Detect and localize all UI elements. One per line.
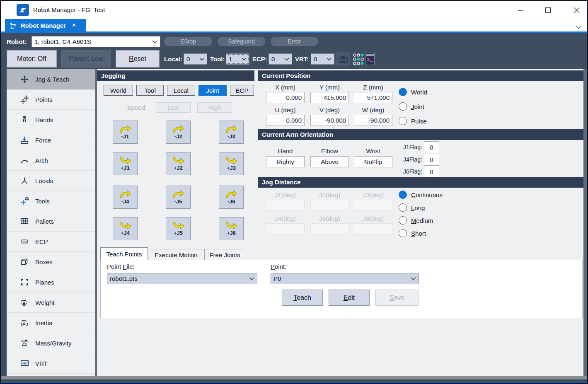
- radio-label: Short: [411, 230, 426, 237]
- tool-select[interactable]: 1: [226, 53, 249, 65]
- jog-button-plus-j3[interactable]: +J3: [219, 152, 244, 175]
- sidebar-item-jog-teach[interactable]: Jog & Teach: [7, 69, 95, 89]
- sidebar-item-weight[interactable]: Weight: [7, 292, 95, 313]
- j2-distance-input[interactable]: [310, 200, 349, 211]
- radio-circle[interactable]: [399, 216, 407, 225]
- sidebar-item-tools[interactable]: Tools: [7, 191, 95, 211]
- mass-gravity-icon: [19, 338, 30, 348]
- radio-label: Pulse: [411, 118, 427, 125]
- jog-button-plus-j4[interactable]: +J4: [113, 217, 138, 240]
- estop-indicator[interactable]: EStop: [164, 37, 212, 46]
- mode-button-world[interactable]: World: [104, 85, 133, 96]
- sidebar-item-inertia[interactable]: Inertia: [7, 313, 95, 333]
- tab-close-icon[interactable]: ×: [72, 21, 76, 29]
- jog-arrow-cw-icon: [172, 125, 185, 133]
- jog-button-plus-j1[interactable]: +J1: [113, 152, 138, 175]
- motor-button[interactable]: Motor: Off: [7, 50, 57, 68]
- hand-value-field: Righty: [266, 156, 305, 167]
- jog-button-minus-j2[interactable]: -J2: [166, 121, 191, 144]
- tab-free-joints[interactable]: Free Joints: [204, 249, 245, 260]
- close-button[interactable]: [569, 4, 583, 16]
- ecp-select[interactable]: 0: [269, 53, 292, 65]
- position-radio-joint[interactable]: Joint: [399, 102, 424, 111]
- jog-button-minus-j4[interactable]: -J4: [113, 186, 138, 209]
- mode-button-joint[interactable]: Joint: [198, 85, 227, 96]
- radio-circle[interactable]: [399, 102, 407, 111]
- jog-button-minus-j6[interactable]: -J6: [219, 186, 244, 209]
- sidebar-item-hands[interactable]: Hands: [7, 110, 95, 130]
- sidebar-item-pallets[interactable]: Pallets: [7, 211, 95, 232]
- sidebar-item-locals[interactable]: Locals: [7, 171, 95, 191]
- maximize-button[interactable]: [541, 4, 555, 16]
- j5-distance-input[interactable]: [310, 223, 349, 234]
- radio-circle[interactable]: [399, 88, 407, 96]
- jog-button-minus-j5[interactable]: -J5: [166, 186, 191, 209]
- position-radio-world[interactable]: World: [399, 88, 427, 96]
- jog-button-minus-j3[interactable]: -J3: [219, 121, 244, 144]
- tab-execute-motion[interactable]: Execute Motion: [148, 249, 204, 260]
- vrt-label: VRT:: [295, 53, 309, 65]
- sidebar-item-force[interactable]: Force: [7, 130, 95, 150]
- w-value-field: -90.000: [354, 115, 392, 126]
- chevron-down-icon: [327, 58, 332, 61]
- document-tab-bar: Robot Manager ×: [1, 19, 587, 31]
- robot-manager-window: Robot Manager - FG_Test Robot Manager × …: [0, 0, 588, 384]
- vrt-select[interactable]: 0: [311, 53, 334, 65]
- sidebar-item-ecp[interactable]: ECP: [7, 232, 95, 252]
- io-monitor-button[interactable]: [353, 52, 364, 66]
- sidebar-item-arch[interactable]: Arch: [7, 150, 95, 171]
- point-file-select[interactable]: robot1.pts: [107, 273, 257, 284]
- camera-button[interactable]: [336, 53, 350, 65]
- sidebar-item-planes[interactable]: Planes: [7, 272, 95, 292]
- distance-radio-medium[interactable]: Medium: [399, 216, 433, 225]
- j4-distance-input[interactable]: [266, 223, 305, 234]
- tab-teach-points[interactable]: Teach Points: [100, 247, 148, 260]
- local-select[interactable]: 0: [184, 53, 207, 65]
- jog-button-plus-j2[interactable]: +J2: [166, 152, 191, 175]
- save-button[interactable]: Save: [375, 290, 419, 306]
- speed-high-button[interactable]: High: [197, 102, 232, 113]
- edit-button[interactable]: Edit: [329, 290, 370, 306]
- reset-button[interactable]: Reset: [116, 50, 160, 68]
- distance-radio-long[interactable]: Long: [399, 203, 425, 212]
- radio-circle[interactable]: [399, 191, 407, 199]
- vrt-icon: VRT: [19, 358, 30, 368]
- z-label: Z (mm): [354, 84, 392, 91]
- command-window-button[interactable]: [365, 53, 375, 65]
- j6-distance-input[interactable]: [354, 223, 392, 234]
- power-button[interactable]: Power: Low: [61, 50, 111, 68]
- tab-robot-manager[interactable]: Robot Manager ×: [5, 19, 86, 31]
- chevron-down-icon: [284, 58, 289, 61]
- j1-distance-input[interactable]: [266, 200, 305, 211]
- jog-distance-header: Jog Distance: [258, 177, 583, 188]
- mode-button-tool[interactable]: Tool: [136, 85, 164, 96]
- tab-list-chevron-icon[interactable]: [576, 24, 581, 31]
- chevron-down-icon: [249, 277, 254, 280]
- radio-circle[interactable]: [399, 117, 407, 125]
- minimize-button[interactable]: [513, 4, 528, 16]
- radio-circle[interactable]: [399, 229, 407, 237]
- io-grid-icon: [353, 53, 364, 65]
- mode-button-local[interactable]: Local: [167, 85, 195, 96]
- sidebar-item-mass-gravity[interactable]: Mass/Gravity: [7, 333, 95, 353]
- jog-button-plus-j6[interactable]: +J6: [219, 217, 244, 240]
- j3-distance-input[interactable]: [354, 200, 392, 211]
- sidebar-item-boxes[interactable]: Boxes: [7, 252, 95, 272]
- mode-button-ecp[interactable]: ECP: [230, 85, 254, 96]
- position-radio-pulse[interactable]: Pulse: [399, 117, 427, 125]
- error-indicator[interactable]: Error: [271, 37, 318, 46]
- distance-radio-short[interactable]: Short: [399, 229, 426, 237]
- safeguard-indicator[interactable]: Safeguard: [218, 37, 265, 46]
- robot-select[interactable]: 1, robot1, C4-A601S: [31, 36, 160, 47]
- radio-circle[interactable]: [399, 203, 407, 212]
- jog-teach-icon: [19, 74, 30, 84]
- distance-radio-continuous[interactable]: Continuous: [399, 191, 443, 199]
- sidebar-item-points[interactable]: Points: [7, 89, 95, 110]
- jog-button-minus-j1[interactable]: -J1: [113, 121, 138, 144]
- point-select[interactable]: P0: [271, 273, 419, 284]
- sidebar-item-vrt[interactable]: VRT VRT: [7, 353, 95, 374]
- jog-button-plus-j5[interactable]: +J5: [166, 217, 191, 240]
- teach-button[interactable]: Teach: [282, 290, 323, 306]
- speed-low-button[interactable]: Low: [156, 102, 191, 113]
- local-select-value: 0: [186, 56, 190, 63]
